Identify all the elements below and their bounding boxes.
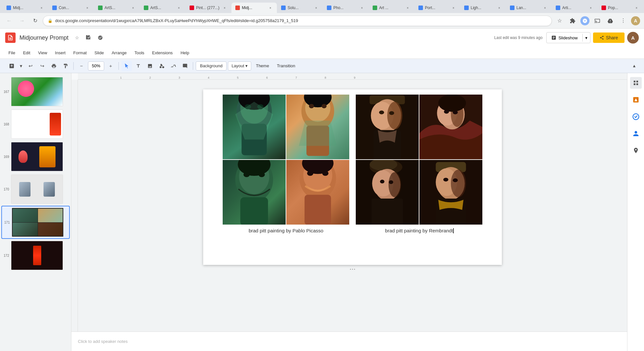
add-slide-dropdown[interactable]: ▾ [18, 61, 24, 71]
browser-tab-1[interactable]: Midj... × [3, 3, 48, 13]
add-slide-button[interactable] [5, 61, 18, 71]
browser-tab-13[interactable]: Arti... × [552, 3, 597, 13]
comment-button[interactable] [180, 61, 190, 71]
slide-thumbnail-167[interactable]: 167 [1, 76, 70, 108]
tasks-icon[interactable] [630, 111, 642, 123]
menu-arrange[interactable]: Arrange [108, 49, 130, 57]
lines-tool-button[interactable] [168, 61, 179, 71]
slide-thumbnail-168[interactable]: 168 [1, 108, 70, 140]
tab-close-6[interactable]: × [268, 5, 273, 10]
refresh-button[interactable]: ↻ [30, 16, 40, 26]
more-tools-button[interactable]: ⋮ [618, 16, 628, 26]
tab-close-1[interactable]: × [39, 5, 44, 10]
tab-close-8[interactable]: × [359, 5, 365, 10]
svg-marker-13 [299, 121, 337, 146]
slide-canvas[interactable]: brad pitt painting by Pablo Picasso [203, 89, 502, 265]
menu-edit[interactable]: Edit [20, 49, 33, 57]
print-button[interactable] [49, 61, 59, 71]
browser-tab-8[interactable]: Pho... × [323, 3, 368, 13]
save-to-drive-button[interactable] [605, 16, 615, 26]
tab-close-5[interactable]: × [222, 5, 227, 10]
slide-canvas-area[interactable]: brad pitt painting by Pablo Picasso [78, 80, 627, 332]
tab-favicon-8 [327, 6, 331, 10]
redo-button[interactable]: ↪ [37, 61, 47, 71]
undo-button[interactable]: ↩ [25, 61, 36, 71]
share-button[interactable]: Share [593, 32, 625, 43]
browser-tab-9[interactable]: Art ... × [369, 3, 414, 13]
tab-close-9[interactable]: × [405, 5, 410, 10]
slides-toolbar: ▾ ↩ ↪ − 50% + [0, 59, 644, 73]
menu-help[interactable]: Help [177, 49, 192, 57]
user-profile-button[interactable]: A [631, 16, 640, 25]
text-tool-button[interactable] [133, 61, 143, 71]
browser-tab-10[interactable]: Port... × [415, 3, 460, 13]
tab-close-10[interactable]: × [451, 5, 456, 10]
slide-thumbnail-170[interactable]: 170 [1, 173, 70, 205]
enable-offline-button[interactable] [96, 33, 105, 42]
maps-icon[interactable] [630, 145, 642, 156]
slide-thumbnail-172[interactable]: 172 [1, 240, 70, 271]
browser-tab-11[interactable]: Ligh... × [460, 3, 506, 13]
tab-close-13[interactable]: × [588, 5, 593, 10]
transition-button[interactable]: Transition [274, 61, 299, 71]
slideshow-dropdown[interactable]: ▾ [583, 35, 590, 40]
extensions-button[interactable] [567, 16, 578, 26]
paint-format-button[interactable] [60, 61, 71, 71]
menu-slide[interactable]: Slide [91, 49, 107, 57]
separator-2 [118, 62, 119, 70]
menu-format[interactable]: Format [70, 49, 90, 57]
layout-button[interactable]: Layout ▾ [228, 61, 251, 71]
grid-view-icon[interactable] [630, 77, 642, 89]
zoom-in-button[interactable]: + [105, 61, 116, 71]
menu-extensions[interactable]: Extensions [149, 49, 176, 57]
slide-thumbnail-171[interactable]: 171 [1, 206, 70, 239]
profile-icon-1[interactable] [580, 16, 589, 25]
cast-button[interactable] [592, 16, 602, 26]
browser-tab-2[interactable]: Con... × [48, 3, 94, 13]
address-bar[interactable]: 🔒 docs.google.com/presentation/d/1wugxrc… [43, 16, 552, 26]
shapes-tool-button[interactable] [156, 61, 167, 71]
select-tool-button[interactable] [121, 61, 132, 71]
tab-favicon-9 [373, 6, 377, 10]
browser-tab-4[interactable]: ArtS... × [140, 3, 185, 13]
menu-file[interactable]: File [5, 49, 19, 57]
tab-close-7[interactable]: × [314, 5, 319, 10]
tab-close-14[interactable]: × [634, 5, 639, 10]
bookmark-button[interactable]: ☆ [554, 16, 565, 26]
browser-tab-12[interactable]: Lan... × [506, 3, 551, 13]
forward-button[interactable]: → [17, 16, 27, 26]
star-button[interactable]: ☆ [72, 33, 81, 42]
explore-icon[interactable] [630, 94, 642, 106]
browser-tab-5[interactable]: Pint... (277...) × [186, 3, 231, 13]
collapse-toolbar-button[interactable]: ▲ [630, 61, 639, 71]
tab-title-2: Con... [59, 6, 83, 10]
ruler-mark-7: 7 [295, 76, 297, 79]
tab-close-11[interactable]: × [497, 5, 502, 10]
speaker-notes-area[interactable]: Click to add speaker notes [71, 332, 627, 351]
slideshow-button-group: Slideshow ▾ [546, 32, 590, 43]
contacts-icon[interactable] [630, 128, 642, 139]
browser-tab-6[interactable]: Midj... × [231, 3, 277, 13]
svg-rect-16 [240, 197, 268, 225]
menu-insert[interactable]: Insert [52, 49, 69, 57]
slide-thumbnail-169[interactable]: 169 [1, 141, 70, 173]
browser-tab-7[interactable]: Solu... × [277, 3, 323, 13]
move-to-drive-button[interactable] [84, 33, 93, 42]
zoom-out-button[interactable]: − [76, 61, 87, 71]
zoom-level[interactable]: 50% [88, 61, 104, 71]
back-button[interactable]: ← [4, 16, 14, 26]
tab-close-4[interactable]: × [176, 5, 181, 10]
slideshow-button[interactable]: Slideshow [547, 35, 582, 40]
tab-close-12[interactable]: × [542, 5, 548, 10]
user-avatar[interactable]: A [627, 32, 639, 44]
tab-close-2[interactable]: × [85, 5, 90, 10]
image-tool-button[interactable] [145, 61, 155, 71]
rembrandt-image-grid [356, 95, 482, 225]
background-button[interactable]: Background [196, 61, 227, 71]
browser-tab-3[interactable]: ArtS... × [94, 3, 140, 13]
browser-tab-14[interactable]: Pop... × [598, 3, 643, 13]
tab-close-3[interactable]: × [130, 5, 136, 10]
menu-tools[interactable]: Tools [131, 49, 147, 57]
theme-button[interactable]: Theme [253, 61, 272, 71]
menu-view[interactable]: View [35, 49, 50, 57]
